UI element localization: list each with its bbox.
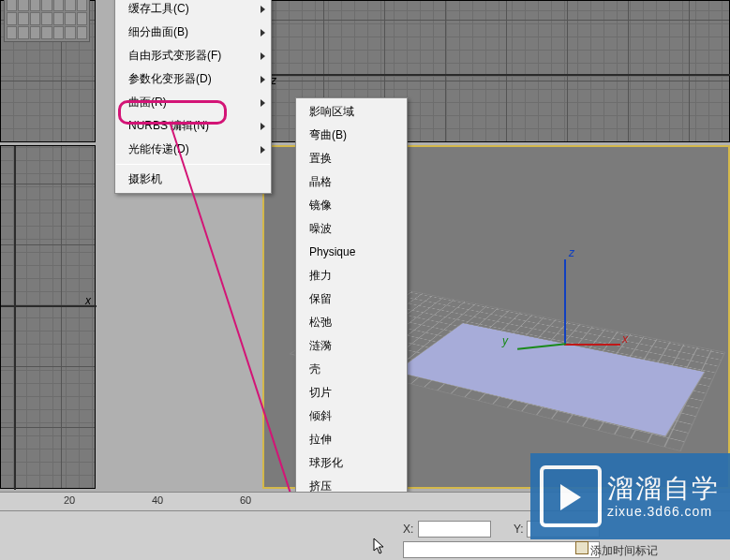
gizmo-z-axis[interactable] — [564, 259, 566, 346]
command-input[interactable] — [403, 541, 600, 558]
transform-gizmo[interactable]: z x y — [508, 259, 620, 381]
add-time-tag-icon[interactable] — [575, 541, 588, 554]
menu-separator — [116, 164, 270, 165]
play-icon — [540, 465, 602, 527]
menu-item-label: 挤压 — [309, 479, 332, 493]
axis-line — [263, 74, 730, 76]
menu-item-label: 切片 — [309, 386, 332, 399]
watermark-title: 溜溜自学 — [607, 473, 720, 505]
menu-item-label: 壳 — [309, 362, 320, 376]
palette-panel[interactable] — [4, 0, 90, 42]
timeline-tick-20: 20 — [64, 494, 75, 506]
menu-item-label: 细分曲面(B) — [128, 25, 188, 38]
submenu-item-push[interactable]: 推力 — [296, 264, 407, 287]
submenu-item-spherify[interactable]: 球形化 — [296, 451, 407, 475]
menu-item-label: 弯曲(B) — [309, 128, 347, 141]
submenu-item-ripple[interactable]: 涟漪 — [296, 334, 407, 358]
menu-item-label: 球形化 — [309, 456, 343, 469]
submenu-item-bend[interactable]: 弯曲(B) — [296, 124, 407, 147]
menu-item-label: NURBS 编辑(N) — [128, 119, 209, 132]
coord-x-label: X: — [403, 523, 413, 536]
menu-item-label: 倾斜 — [309, 409, 332, 422]
menu-item-label: 涟漪 — [309, 339, 332, 352]
palette-grid — [5, 0, 89, 41]
menu-item-parametric[interactable]: 参数化变形器(D) — [115, 67, 271, 91]
menu-item-radiosity[interactable]: 光能传递(D) — [115, 138, 271, 161]
menu-item-label: 自由形式变形器(F) — [128, 49, 221, 62]
viewport-top-left[interactable] — [0, 0, 96, 142]
parametric-submenu[interactable]: 影响区域 弯曲(B) 置换 晶格 镜像 噪波 Physique 推力 保留 松弛… — [295, 97, 408, 560]
coord-x-input[interactable] — [418, 521, 491, 538]
watermark-logo: 溜溜自学 zixue.3d66.com — [530, 453, 730, 539]
submenu-item-relax[interactable]: 松弛 — [296, 311, 407, 334]
menu-item-label: 光能传递(D) — [128, 142, 189, 155]
menu-item-subdiv[interactable]: 细分曲面(B) — [115, 21, 271, 44]
submenu-item-mirror[interactable]: 镜像 — [296, 194, 407, 217]
menu-item-label: 晶格 — [309, 175, 332, 188]
axis-line-v — [14, 146, 16, 490]
submenu-item-shell[interactable]: 壳 — [296, 358, 407, 381]
menu-item-label: 置换 — [309, 152, 332, 165]
gizmo-x-label: x — [622, 332, 628, 346]
gizmo-x-axis[interactable] — [564, 344, 620, 346]
menu-item-label: 参数化变形器(D) — [128, 72, 212, 85]
menu-item-label: 镜像 — [309, 199, 332, 212]
submenu-item-slice[interactable]: 切片 — [296, 381, 407, 405]
modifiers-menu-list: 缓存工具(C) 细分曲面(B) 自由形式变形器(F) 参数化变形器(D) 曲面(… — [115, 0, 271, 193]
submenu-item-displace[interactable]: 置换 — [296, 147, 407, 170]
menu-item-label: 曲面(R) — [128, 96, 167, 109]
menu-item-surface[interactable]: 曲面(R) — [115, 91, 271, 114]
menu-item-nurbs[interactable]: NURBS 编辑(N) — [115, 114, 271, 138]
submenu-item-lattice[interactable]: 晶格 — [296, 170, 407, 194]
gizmo-y-label: y — [502, 334, 508, 347]
timeline-tick-60: 60 — [240, 494, 251, 506]
menu-item-label: 拉伸 — [309, 433, 332, 446]
menu-item-camera[interactable]: 摄影机 — [115, 168, 271, 191]
modifiers-menu[interactable]: 缓存工具(C) 细分曲面(B) 自由形式变形器(F) 参数化变形器(D) 曲面(… — [114, 0, 272, 194]
menu-item-freeform[interactable]: 自由形式变形器(F) — [115, 44, 271, 67]
submenu-item-preserve[interactable]: 保留 — [296, 287, 407, 311]
submenu-item-affect-region[interactable]: 影响区域 — [296, 100, 407, 124]
menu-item-cache-tools[interactable]: 缓存工具(C) — [115, 0, 271, 21]
watermark-text: 溜溜自学 zixue.3d66.com — [607, 473, 720, 520]
viewport-bottom-left[interactable]: x — [0, 145, 96, 489]
menu-item-label: 摄影机 — [128, 172, 162, 185]
menu-item-label: 保留 — [309, 292, 332, 305]
submenu-item-skew[interactable]: 倾斜 — [296, 405, 407, 428]
submenu-item-noise[interactable]: 噪波 — [296, 217, 407, 241]
coord-y-label: Y: — [514, 523, 524, 536]
axis-x-label: x — [85, 294, 91, 307]
timeline-tick-40: 40 — [152, 494, 163, 506]
gizmo-z-label: z — [569, 246, 574, 259]
watermark-url: zixue.3d66.com — [607, 504, 720, 520]
gizmo-y-axis[interactable] — [517, 343, 566, 349]
menu-item-label: 松弛 — [309, 316, 332, 329]
menu-item-label: 影响区域 — [309, 105, 354, 118]
submenu-item-stretch[interactable]: 拉伸 — [296, 428, 407, 451]
menu-item-label: 缓存工具(C) — [128, 2, 189, 15]
menu-item-label: 噪波 — [309, 222, 332, 235]
submenu-item-physique[interactable]: Physique — [296, 241, 407, 264]
add-time-tag-label[interactable]: 添加时间标记 — [590, 543, 658, 559]
menu-item-label: Physique — [309, 245, 355, 258]
menu-item-label: 推力 — [309, 269, 332, 282]
